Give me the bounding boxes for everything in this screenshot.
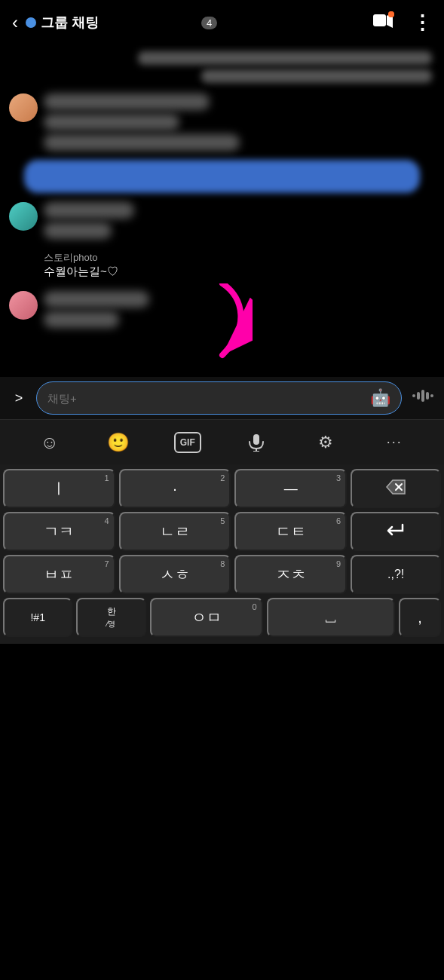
keyboard-row-1: 1 ㅣ 2 · 3 —: [3, 469, 441, 508]
message-row: [0, 89, 444, 155]
enter-icon: [386, 522, 406, 542]
key-1[interactable]: 1 ㅣ: [3, 469, 115, 508]
delete-icon: [385, 479, 406, 499]
key-0[interactable]: 0 ㅇㅁ: [150, 598, 263, 637]
story-label: 스토리photo: [44, 251, 432, 265]
svg-rect-3: [412, 394, 415, 397]
key-delete[interactable]: [351, 469, 441, 508]
message-row: [0, 286, 444, 332]
svg-rect-6: [426, 392, 429, 400]
key-2[interactable]: 2 ·: [119, 469, 231, 508]
message-content: [44, 202, 134, 239]
keyboard-row-2: 4 ㄱㅋ 5 ㄴㄹ 6 ㄷㅌ: [3, 512, 441, 551]
keyboard-row-4: !#1 한⁄영 0 ㅇㅁ ⎵ ,: [3, 598, 441, 637]
expand-button[interactable]: >: [8, 390, 30, 406]
key-5[interactable]: 5 ㄴㄹ: [119, 512, 231, 551]
gif-button[interactable]: GIF: [174, 432, 201, 453]
svg-rect-5: [421, 390, 424, 402]
message-content: [44, 291, 149, 328]
story-text: 수월아는길~♡: [44, 265, 432, 279]
chat-messages-area: 스토리photo 수월아는길~♡: [0, 45, 444, 377]
chat-input[interactable]: [47, 392, 370, 405]
blurred-message: [44, 134, 240, 151]
avatar: [9, 202, 38, 231]
keyboard: 1 ㅣ 2 · 3 — 4 ㄱㅋ 5 ㄴㄹ: [0, 464, 444, 644]
chat-title: 그룹 채팅: [41, 14, 197, 32]
blurred-message: [44, 93, 210, 110]
key-9[interactable]: 9 ㅈㅊ: [234, 555, 347, 594]
key-3[interactable]: 3 —: [234, 469, 347, 508]
back-button[interactable]: ‹: [12, 12, 18, 33]
blue-message-bubble: [24, 160, 420, 193]
blurred-message: [44, 222, 112, 239]
settings-button[interactable]: ⚙: [312, 429, 339, 456]
svg-rect-8: [253, 434, 259, 445]
sticker-button[interactable]: 🤖: [370, 388, 390, 408]
avatar: [9, 93, 38, 122]
key-enter[interactable]: [351, 512, 441, 551]
message-row: [0, 198, 444, 243]
header: ‹ 그룹 채팅 4 ⋮: [0, 0, 444, 45]
key-6[interactable]: 6 ㄷㅌ: [234, 512, 347, 551]
member-count-badge: 4: [201, 17, 217, 29]
key-7[interactable]: 7 ㅂㅍ: [3, 555, 115, 594]
svg-marker-1: [387, 13, 393, 28]
keyboard-row-3: 7 ㅂㅍ 8 ㅅㅎ 9 ㅈㅊ .,?!: [3, 555, 441, 594]
highlighted-message: [12, 160, 432, 193]
group-dot-icon: [26, 17, 36, 28]
avatar: [9, 291, 38, 320]
more-options-button[interactable]: ⋮: [412, 13, 432, 32]
key-comma[interactable]: ,: [399, 598, 441, 637]
key-space[interactable]: ⎵: [267, 598, 395, 637]
sticker-panel-button[interactable]: 🙂: [105, 429, 132, 456]
blurred-message: [44, 202, 134, 219]
message-content: [44, 93, 240, 151]
emoji-button[interactable]: ☺: [36, 429, 63, 456]
message-input-area: > 🤖: [0, 377, 444, 419]
blurred-message: [44, 114, 179, 130]
more-button[interactable]: ···: [381, 429, 408, 456]
blurred-message: [44, 291, 149, 308]
key-lang-switch[interactable]: 한⁄영: [76, 598, 145, 637]
svg-rect-7: [430, 394, 433, 397]
blurred-message: [138, 51, 432, 65]
key-symbols[interactable]: !#1: [3, 598, 72, 637]
blurred-message: [201, 69, 432, 83]
story-section: 스토리photo 수월아는길~♡: [0, 247, 444, 282]
svg-rect-4: [417, 392, 420, 400]
key-8[interactable]: 8 ㅅㅎ: [119, 555, 231, 594]
voice-button[interactable]: [412, 387, 436, 409]
key-4[interactable]: 4 ㄱㅋ: [3, 512, 115, 551]
blurred-message: [44, 311, 119, 328]
svg-rect-0: [373, 14, 386, 26]
header-actions: ⋮: [373, 13, 432, 32]
mic-button[interactable]: [243, 429, 270, 456]
video-call-button[interactable]: [373, 13, 393, 32]
key-punctuation[interactable]: .,?!: [351, 555, 441, 594]
toolbar-row: ☺ 🙂 GIF ⚙ ···: [0, 419, 444, 464]
chat-input-wrapper: 🤖: [36, 381, 402, 415]
